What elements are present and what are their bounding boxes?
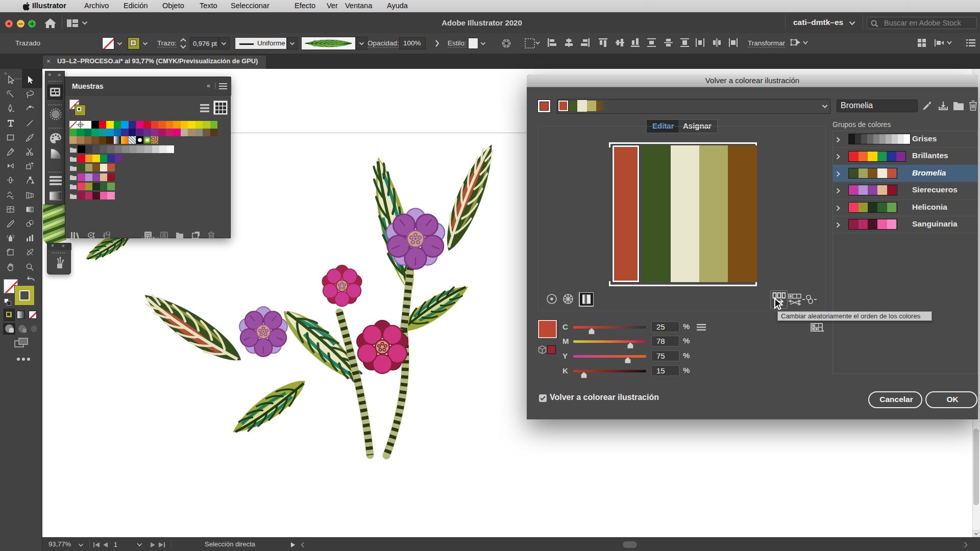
svg-text:1: 1 xyxy=(114,542,117,548)
